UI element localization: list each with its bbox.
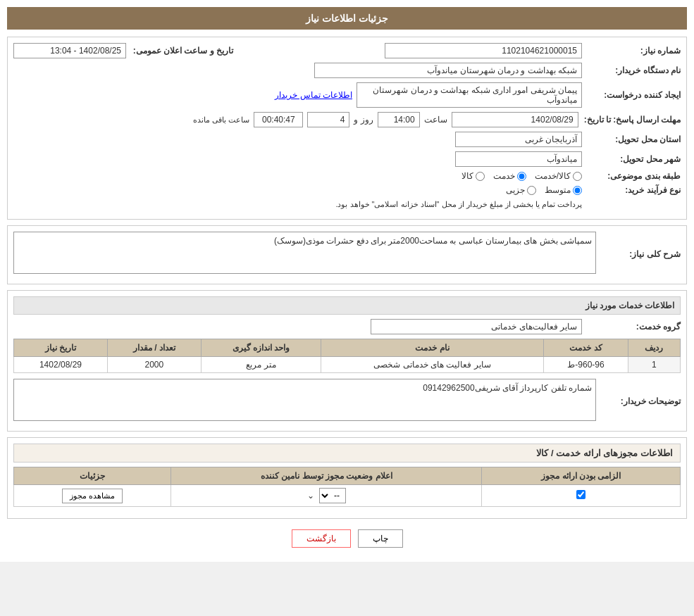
response-date-field: 1402/08/29 bbox=[452, 112, 578, 127]
province-value: آذربایجان غربی bbox=[13, 132, 582, 147]
category-value: کالا/خدمت خدمت کالا bbox=[13, 171, 582, 181]
cell-num: 1 bbox=[628, 357, 680, 373]
license-status-cell: -- ⌄ bbox=[171, 485, 482, 507]
license-section: اطلاعات مجوزهای ارائه خدمت / کالا الزامی… bbox=[7, 437, 687, 519]
service-table: ردیف کد خدمت نام خدمت واحد اندازه گیری ت… bbox=[13, 339, 681, 373]
license-required-checkbox[interactable] bbox=[576, 490, 585, 499]
description-row: شرح کلی نیاز: سمپاشی بخش های بیمارستان ع… bbox=[13, 232, 681, 274]
cell-unit: متر مربع bbox=[201, 357, 321, 373]
buyer-notes-label: توضیحات خریدار: bbox=[596, 394, 681, 406]
category-radio-kala-khadmat-input[interactable] bbox=[573, 172, 582, 181]
license-table-header: الزامی بودن ارائه مجوز اعلام وضعیت مجوز … bbox=[14, 467, 681, 485]
buyer-notes-value: شماره تلفن کارپرداز آقای شریفی0914296250… bbox=[13, 379, 596, 421]
col-date: تاریخ نیاز bbox=[14, 339, 108, 357]
service-table-body: 1 960-96-ط سایر فعالیت های خدماتی شخصی م… bbox=[14, 357, 681, 373]
service-info-title: اطلاعات خدمات مورد نیاز bbox=[13, 296, 681, 315]
cell-code: 960-96-ط bbox=[544, 357, 628, 373]
category-radio-group: کالا/خدمت خدمت کالا bbox=[13, 171, 582, 181]
city-value: میاندوآب bbox=[13, 151, 582, 167]
province-field: آذربایجان غربی bbox=[455, 132, 582, 147]
announcement-date-label: تاریخ و ساعت اعلان عمومی: bbox=[128, 46, 233, 56]
buyer-org-field: شبکه بهداشت و درمان شهرستان میاندوآب bbox=[314, 63, 582, 78]
response-deadline-label: مهلت ارسال پاسخ: تا تاریخ: bbox=[578, 115, 681, 125]
category-radio-kala[interactable]: کالا bbox=[461, 171, 485, 181]
description-field: سمپاشی بخش های بیمارستان عباسی به مساحت2… bbox=[13, 232, 596, 274]
action-buttons: چاپ بازگشت bbox=[7, 529, 687, 548]
requester-row: ایجاد کننده درخواست: پیمان شریفی امور اد… bbox=[13, 82, 681, 108]
print-button[interactable]: چاپ bbox=[358, 529, 403, 548]
category-row: طبقه بندی موضوعی: کالا/خدمت خدمت bbox=[13, 171, 681, 181]
page-title: جزئیات اطلاعات نیاز bbox=[7, 7, 687, 30]
buyer-org-label: نام دستگاه خریدار: bbox=[582, 65, 681, 75]
purchase-type-radio-group: متوسط جزیی bbox=[13, 185, 582, 195]
purchase-type-radio-motavasset-input[interactable] bbox=[573, 186, 582, 195]
requester-field: پیمان شریفی امور اداری شبکه بهداشت و درم… bbox=[357, 82, 582, 108]
purchase-type-value: متوسط جزیی bbox=[13, 185, 582, 195]
back-button[interactable]: بازگشت bbox=[292, 529, 351, 548]
service-info-section: اطلاعات خدمات مورد نیاز گروه خدمت: سایر … bbox=[7, 290, 687, 432]
response-days-field: 4 bbox=[307, 112, 349, 127]
service-group-value: سایر فعالیت‌های خدماتی bbox=[13, 319, 582, 334]
purchase-type-radio-jozii-label: جزیی bbox=[506, 185, 525, 195]
category-radio-khadmat[interactable]: خدمت bbox=[493, 171, 526, 181]
response-deadline-row: مهلت ارسال پاسخ: تا تاریخ: 1402/08/29 سا… bbox=[13, 112, 681, 127]
requester-label: ایجاد کننده درخواست: bbox=[582, 90, 681, 100]
category-label: طبقه بندی موضوعی: bbox=[582, 171, 681, 181]
table-row: 1 960-96-ط سایر فعالیت های خدماتی شخصی م… bbox=[14, 357, 681, 373]
purchase-note-text: پرداخت تمام یا بخشی از مبلغ خریدار از مح… bbox=[335, 200, 582, 208]
cell-date: 1402/08/29 bbox=[14, 357, 108, 373]
category-radio-khadmat-label: خدمت bbox=[493, 171, 515, 181]
need-number-label: شماره نیاز: bbox=[582, 46, 681, 56]
need-number-value: 1102104621000015 bbox=[239, 43, 582, 58]
response-time-field: 14:00 bbox=[378, 112, 420, 127]
col-qty: تعداد / مقدار bbox=[107, 339, 201, 357]
cell-name: سایر فعالیت های خدماتی شخصی bbox=[321, 357, 543, 373]
license-table-body: -- ⌄ مشاهده مجوز bbox=[14, 485, 681, 507]
cell-qty: 2000 bbox=[107, 357, 201, 373]
requester-value: پیمان شریفی امور اداری شبکه بهداشت و درم… bbox=[13, 82, 582, 108]
province-label: استان محل تحویل: bbox=[582, 134, 681, 144]
purchase-type-label: نوع فرآیند خرید: bbox=[582, 185, 681, 195]
service-table-header: ردیف کد خدمت نام خدمت واحد اندازه گیری ت… bbox=[14, 339, 681, 357]
purchase-type-radio-jozii[interactable]: جزیی bbox=[506, 185, 536, 195]
license-required-cell bbox=[482, 485, 681, 507]
content-area: شماره نیاز: 1102104621000015 تاریخ و ساع… bbox=[7, 37, 687, 548]
purchase-type-note-row: پرداخت تمام یا بخشی از مبلغ خریدار از مح… bbox=[13, 199, 681, 209]
requester-contact-link[interactable]: اطلاعات تماس خریدار bbox=[275, 90, 352, 100]
license-col-status: اعلام وضعیت مجوز توسط نامین کننده bbox=[171, 467, 482, 485]
view-license-button[interactable]: مشاهده مجوز bbox=[62, 489, 123, 503]
main-form-section: شماره نیاز: 1102104621000015 تاریخ و ساع… bbox=[7, 37, 687, 220]
col-name: نام خدمت bbox=[321, 339, 543, 357]
response-deadline-fields: 1402/08/29 ساعت 14:00 روز و 4 00:40:47 س… bbox=[13, 112, 578, 127]
service-group-row: گروه خدمت: سایر فعالیت‌های خدماتی bbox=[13, 319, 681, 334]
category-radio-kala-input[interactable] bbox=[476, 172, 485, 181]
announcement-date-field: 1402/08/25 - 13:04 bbox=[13, 43, 126, 58]
category-radio-khadmat-input[interactable] bbox=[517, 172, 526, 181]
license-details-cell: مشاهده مجوز bbox=[14, 485, 171, 507]
buyer-org-value: شبکه بهداشت و درمان شهرستان میاندوآب bbox=[13, 63, 582, 78]
remaining-label: ساعت باقی مانده bbox=[193, 115, 249, 125]
page-wrapper: جزئیات اطلاعات نیاز شماره نیاز: 11021046… bbox=[0, 0, 694, 562]
description-section: شرح کلی نیاز: سمپاشی بخش های بیمارستان ع… bbox=[7, 225, 687, 284]
category-radio-kala-khadmat[interactable]: کالا/خدمت bbox=[535, 171, 582, 181]
purchase-type-radio-jozii-input[interactable] bbox=[527, 186, 536, 195]
city-label: شهر محل تحویل: bbox=[582, 154, 681, 164]
service-group-field: سایر فعالیت‌های خدماتی bbox=[371, 319, 582, 334]
col-num: ردیف bbox=[628, 339, 680, 357]
response-days-label: روز و bbox=[354, 115, 373, 125]
purchase-type-radio-motavasset[interactable]: متوسط bbox=[545, 185, 582, 195]
response-time-label: ساعت bbox=[424, 115, 447, 125]
category-radio-kala-label: کالا bbox=[461, 171, 473, 181]
col-code: کد خدمت bbox=[544, 339, 628, 357]
service-group-label: گروه خدمت: bbox=[582, 322, 681, 332]
need-number-row: شماره نیاز: 1102104621000015 تاریخ و ساع… bbox=[13, 43, 681, 58]
buyer-org-row: نام دستگاه خریدار: شبکه بهداشت و درمان ش… bbox=[13, 63, 681, 78]
license-section-title: اطلاعات مجوزهای ارائه خدمت / کالا bbox=[13, 444, 681, 463]
city-field: میاندوآب bbox=[455, 151, 582, 167]
purchase-type-radio-motavasset-label: متوسط bbox=[545, 185, 571, 195]
col-unit: واحد اندازه گیری bbox=[201, 339, 321, 357]
need-number-field: 1102104621000015 bbox=[385, 43, 582, 58]
description-value: سمپاشی بخش های بیمارستان عباسی به مساحت2… bbox=[13, 232, 596, 274]
license-status-select[interactable]: -- bbox=[319, 488, 346, 503]
license-col-details: جزئیات bbox=[14, 467, 171, 485]
